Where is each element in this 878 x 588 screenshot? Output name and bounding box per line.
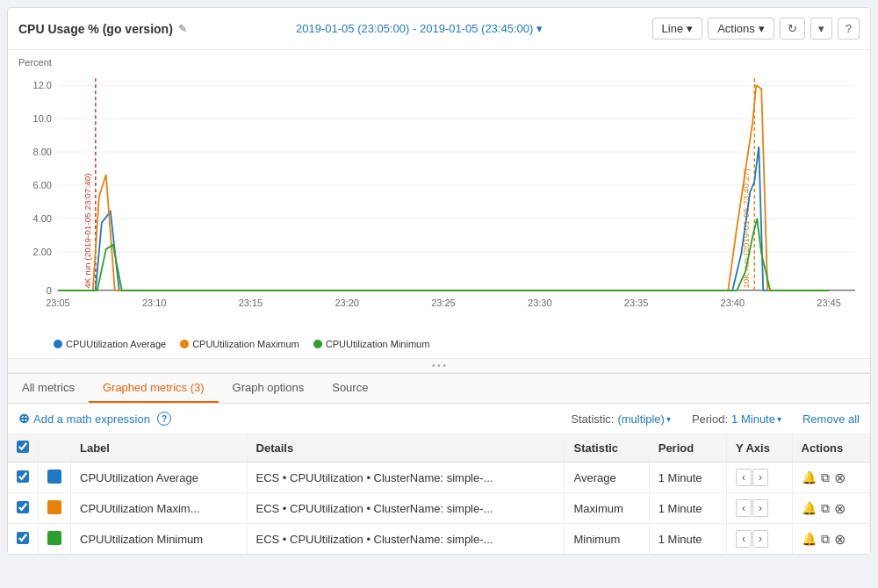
time-range-picker[interactable]: 2019-01-05 (23:05:00) - 2019-01-05 (23:4… [196, 22, 644, 35]
svg-text:23:10: 23:10 [142, 298, 166, 308]
svg-text:4.00: 4.00 [33, 213, 52, 224]
chart-type-caret-icon: ▾ [687, 22, 693, 35]
metrics-table: Label Details Statistic Period Y Axis Ac… [8, 434, 870, 554]
metrics-toolbar: ⊕ Add a math expression ? Statistic: (mu… [8, 404, 870, 434]
tab-source-label: Source [332, 381, 368, 394]
row2-color-cell [39, 493, 71, 524]
edit-icon[interactable]: ✎ [178, 23, 187, 35]
tab-graphed-metrics[interactable]: Graphed metrics (3) [89, 374, 219, 403]
row1-bell-icon[interactable]: 🔔 [802, 470, 817, 484]
legend-label-minimum: CPUUtilization Minimum [326, 339, 430, 349]
add-math-help-icon[interactable]: ? [157, 412, 171, 426]
row3-yaxis-next[interactable]: › [752, 530, 768, 548]
row2-yaxis-prev[interactable]: ‹ [736, 499, 752, 517]
th-color [39, 434, 71, 463]
tab-all-metrics[interactable]: All metrics [8, 374, 89, 403]
table-row: CPUUtilization Average ECS • CPUUtilizat… [8, 463, 870, 493]
row3-yaxis-prev[interactable]: ‹ [736, 530, 752, 548]
legend-color-minimum [313, 340, 322, 348]
table-row: CPUUtilization Minimum ECS • CPUUtilizat… [8, 524, 870, 555]
statistic-value[interactable]: (multiple) ▾ [617, 412, 670, 426]
legend-color-average [54, 340, 62, 348]
actions-button[interactable]: Actions ▾ [708, 18, 774, 39]
th-yaxis: Y Axis [726, 434, 792, 463]
period-label: Period: [692, 412, 728, 426]
time-range-caret-icon: ▾ [536, 22, 543, 35]
row1-checkbox[interactable] [17, 470, 29, 483]
row1-label: CPUUtilization Average [71, 463, 248, 493]
row2-bell-icon[interactable]: 🔔 [802, 501, 817, 515]
tabs-container: All metrics Graphed metrics (3) Graph op… [8, 373, 870, 554]
th-actions: Actions [792, 434, 869, 463]
th-checkbox [8, 434, 39, 463]
more-options-button[interactable]: ▾ [810, 18, 832, 39]
panel-resize-handle[interactable]: • • • [8, 358, 870, 373]
row3-remove-icon[interactable]: ⊗ [834, 531, 846, 548]
tab-graph-options[interactable]: Graph options [219, 374, 319, 403]
row1-actions: 🔔 ⧉ ⊗ [792, 463, 869, 493]
refresh-button[interactable]: ↻ [780, 18, 805, 39]
help-button[interactable]: ? [838, 18, 860, 39]
row3-bell-icon[interactable]: 🔔 [802, 532, 817, 546]
actions-label: Actions [717, 22, 755, 35]
statistic-caret-icon: ▾ [666, 414, 671, 424]
table-row: CPUUtilization Maxim... ECS • CPUUtiliza… [8, 493, 870, 524]
chart-y-label: Percent [18, 57, 860, 68]
svg-text:6.00: 6.00 [33, 180, 52, 190]
remove-all-button[interactable]: Remove all [802, 412, 860, 426]
svg-text:23:15: 23:15 [239, 298, 263, 308]
row1-color-swatch [47, 470, 61, 484]
legend-item-maximum: CPUUtilization Maximum [180, 339, 299, 349]
row3-color-cell [39, 524, 71, 555]
tab-source[interactable]: Source [318, 374, 382, 403]
row1-yaxis: ‹ › [726, 463, 792, 493]
row1-copy-icon[interactable]: ⧉ [821, 470, 830, 485]
row2-details: ECS • CPUUtilization • ClusterName: simp… [247, 493, 565, 524]
row3-period: 1 Minute [649, 524, 726, 555]
period-caret-icon: ▾ [777, 414, 781, 424]
chart-container: Percent 12.0 10.0 8.00 6.00 4.00 2.00 0 [8, 50, 870, 358]
row2-yaxis-nav: ‹ › [736, 499, 783, 517]
row3-action-icons: 🔔 ⧉ ⊗ [802, 531, 860, 548]
svg-text:12.0: 12.0 [33, 80, 52, 90]
svg-text:23:40: 23:40 [721, 298, 745, 308]
svg-text:23:45: 23:45 [817, 298, 840, 308]
svg-text:23:20: 23:20 [335, 298, 358, 308]
row1-color-cell [39, 463, 71, 493]
row3-statistic: Minimum [565, 524, 649, 555]
period-value[interactable]: 1 Minute ▾ [731, 412, 781, 426]
plus-icon: ⊕ [18, 411, 30, 427]
row2-checkbox[interactable] [17, 501, 29, 513]
row2-statistic: Maximum [565, 493, 649, 524]
legend-label-average: CPUUtilization Average [66, 339, 166, 349]
row1-yaxis-nav: ‹ › [736, 469, 783, 486]
row3-label: CPUUtilization Minimum [71, 524, 248, 555]
legend-item-average: CPUUtilization Average [54, 339, 166, 349]
svg-text:10.0: 10.0 [33, 113, 52, 124]
row2-remove-icon[interactable]: ⊗ [834, 500, 846, 517]
help-icon: ? [846, 22, 852, 35]
row2-yaxis: ‹ › [726, 493, 792, 524]
select-all-checkbox[interactable] [17, 441, 29, 453]
row3-details: ECS • CPUUtilization • ClusterName: simp… [247, 524, 565, 555]
row1-yaxis-prev[interactable]: ‹ [736, 469, 752, 486]
svg-text:8.00: 8.00 [33, 147, 52, 157]
svg-text:23:30: 23:30 [528, 298, 551, 308]
row3-checkbox[interactable] [17, 532, 29, 544]
svg-text:2.00: 2.00 [33, 247, 52, 257]
more-icon: ▾ [818, 22, 824, 35]
row3-copy-icon[interactable]: ⧉ [821, 532, 830, 547]
row2-yaxis-next[interactable]: › [752, 499, 768, 517]
add-math-expression-button[interactable]: ⊕ Add a math expression [18, 411, 150, 427]
table-header-row: Label Details Statistic Period Y Axis Ac… [8, 434, 870, 463]
row1-remove-icon[interactable]: ⊗ [834, 470, 846, 486]
row2-action-icons: 🔔 ⧉ ⊗ [802, 500, 860, 517]
chart-legend: CPUUtilization Average CPUUtilization Ma… [18, 335, 860, 355]
row1-period: 1 Minute [649, 463, 726, 493]
row2-period: 1 Minute [649, 493, 726, 524]
chart-type-selector[interactable]: Line ▾ [652, 18, 703, 39]
row1-details: ECS • CPUUtilization • ClusterName: simp… [247, 463, 565, 493]
row2-copy-icon[interactable]: ⧉ [821, 501, 830, 516]
row1-yaxis-next[interactable]: › [752, 469, 768, 486]
tabs-header: All metrics Graphed metrics (3) Graph op… [8, 374, 870, 404]
